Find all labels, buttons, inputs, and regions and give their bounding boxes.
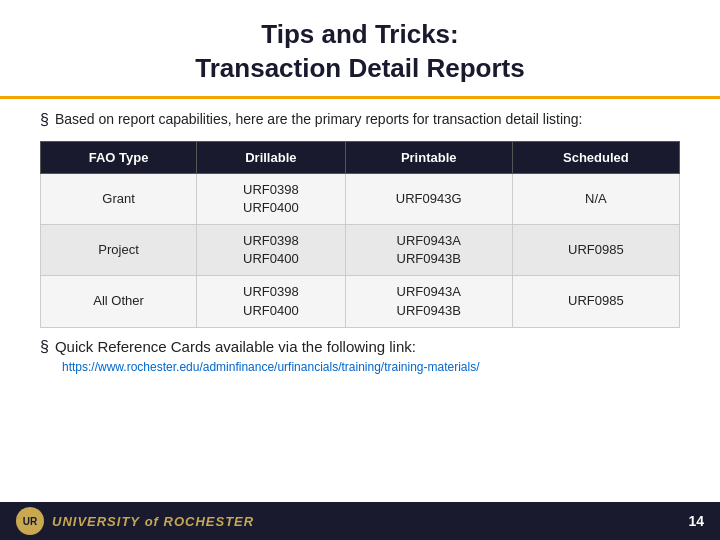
col-header-scheduled: Scheduled (512, 141, 679, 173)
cell-scheduled: URF0985 (512, 276, 679, 327)
reports-table-container: FAO Type Drillable Printable Scheduled G… (40, 141, 680, 328)
logo-text: UNIVERSITY of ROCHESTER (52, 514, 254, 529)
university-logo: UR UNIVERSITY of ROCHESTER (16, 507, 254, 535)
bottom-bullet: § Quick Reference Cards available via th… (40, 338, 680, 356)
cell-drillable: URF0398URF0400 (197, 173, 346, 224)
col-header-printable: Printable (345, 141, 512, 173)
cell-scheduled: URF0985 (512, 224, 679, 275)
header: Tips and Tricks: Transaction Detail Repo… (0, 0, 720, 99)
logo-of-italic: of (145, 514, 164, 529)
col-header-fao-type: FAO Type (41, 141, 197, 173)
reports-table: FAO Type Drillable Printable Scheduled G… (40, 141, 680, 328)
page-number: 14 (688, 513, 704, 529)
cell-drillable: URF0398URF0400 (197, 276, 346, 327)
logo-svg: UR (17, 508, 43, 534)
logo-emblem: UR (16, 507, 44, 535)
cell-fao-type: All Other (41, 276, 197, 327)
col-header-drillable: Drillable (197, 141, 346, 173)
logo-university: UNIVERSITY (52, 514, 140, 529)
cell-drillable: URF0398URF0400 (197, 224, 346, 275)
bottom-bullet-text: Quick Reference Cards available via the … (55, 338, 416, 355)
logo-rochester: ROCHESTER (164, 514, 255, 529)
table-row: ProjectURF0398URF0400URF0943AURF0943BURF… (41, 224, 680, 275)
intro-text: Based on report capabilities, here are t… (55, 111, 583, 127)
bullet-icon: § (40, 111, 49, 129)
table-header-row: FAO Type Drillable Printable Scheduled (41, 141, 680, 173)
cell-printable: URF0943AURF0943B (345, 224, 512, 275)
bullet-icon-2: § (40, 338, 49, 356)
table-row: GrantURF0398URF0400URF0943GN/A (41, 173, 680, 224)
slide: Tips and Tricks: Transaction Detail Repo… (0, 0, 720, 540)
svg-text:UR: UR (23, 516, 38, 527)
cell-fao-type: Grant (41, 173, 197, 224)
table-row: All OtherURF0398URF0400URF0943AURF0943BU… (41, 276, 680, 327)
content-area: § Based on report capabilities, here are… (0, 99, 720, 502)
cell-fao-type: Project (41, 224, 197, 275)
cell-printable: URF0943AURF0943B (345, 276, 512, 327)
cell-printable: URF0943G (345, 173, 512, 224)
slide-title: Tips and Tricks: Transaction Detail Repo… (60, 18, 660, 86)
footer: UR UNIVERSITY of ROCHESTER 14 (0, 502, 720, 540)
cell-scheduled: N/A (512, 173, 679, 224)
intro-bullet: § Based on report capabilities, here are… (40, 111, 680, 129)
reference-link[interactable]: https://www.rochester.edu/adminfinance/u… (62, 360, 680, 374)
